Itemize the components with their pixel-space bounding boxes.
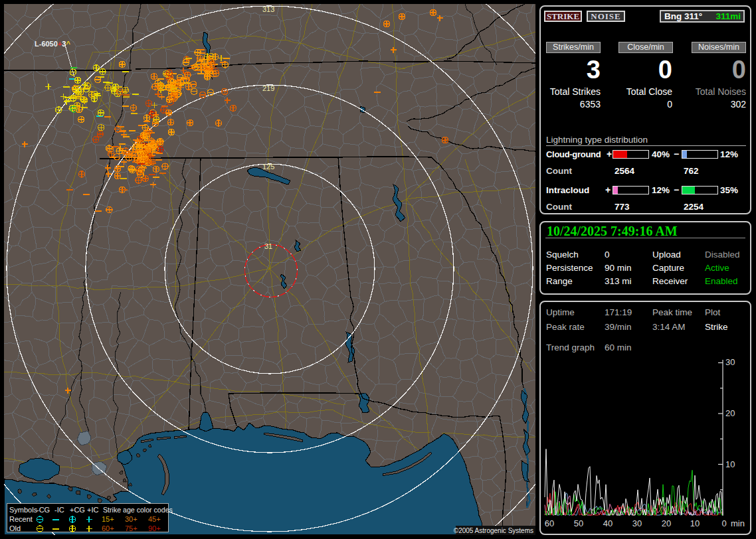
svg-text:20: 20 [725,408,735,418]
svg-text:30: 30 [725,357,735,367]
svg-text:40: 40 [603,518,613,528]
svg-text:0: 0 [721,518,726,528]
svg-text:50: 50 [574,518,583,528]
svg-text:60: 60 [545,518,554,528]
svg-text:10: 10 [725,459,735,469]
svg-text:min: min [731,518,745,528]
svg-text:10: 10 [690,518,700,528]
svg-text:20: 20 [662,518,671,528]
svg-text:30: 30 [632,518,642,528]
